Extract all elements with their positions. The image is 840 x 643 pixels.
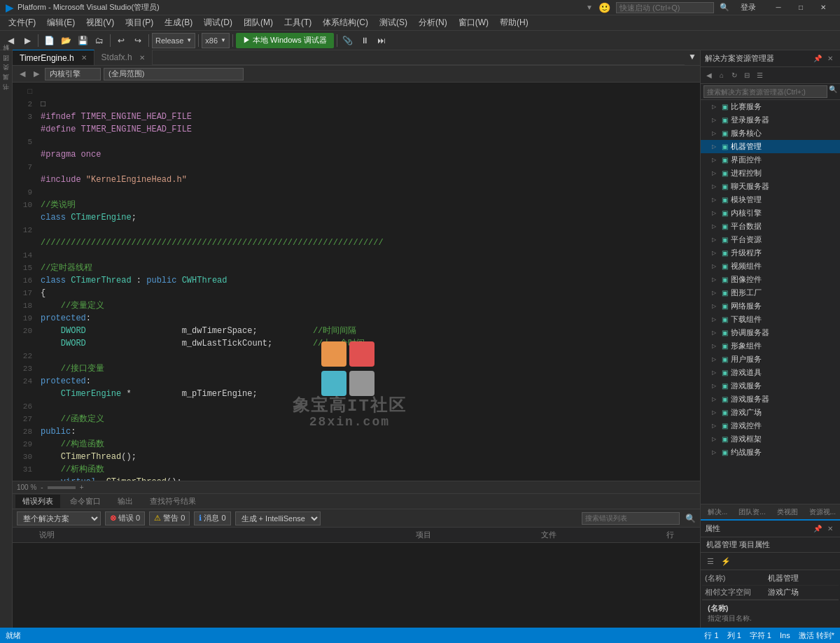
panel-tab-find[interactable]: 查找符号结果 xyxy=(143,495,203,508)
tab-stdafx-close[interactable]: ✕ xyxy=(139,54,145,62)
sol-search-input[interactable] xyxy=(704,85,827,98)
menu-item-m[interactable]: 团队(M) xyxy=(238,15,279,30)
sol-bottom-tab-1[interactable]: 团队资... xyxy=(733,506,771,518)
undo-button[interactable]: ↩ xyxy=(113,33,129,48)
tree-item-9[interactable]: ▷▣平台数据 xyxy=(701,220,840,233)
attach-button[interactable]: 📎 xyxy=(340,33,356,48)
tree-item-16[interactable]: ▷▣下载组件 xyxy=(701,313,840,326)
error-search-input[interactable] xyxy=(582,512,680,525)
tree-item-13[interactable]: ▷▣图像控件 xyxy=(701,273,840,286)
minimize-button[interactable]: ─ xyxy=(767,0,790,15)
menu-item-c[interactable]: 体系结构(C) xyxy=(317,15,374,30)
code-editor[interactable]: □ 2 3 5 7 9 10 12 14 15 16 17 18 19 20 xyxy=(13,83,700,481)
props-close-btn[interactable]: ✕ xyxy=(825,523,836,535)
run-debugger-button[interactable]: ▶ 本地 Windows 调试器 xyxy=(236,33,334,48)
menu-item-v[interactable]: 视图(V) xyxy=(80,15,120,30)
panel-tab-errors[interactable]: 错误列表 xyxy=(15,495,60,508)
tab-timerengine[interactable]: TimerEngine.h ✕ xyxy=(13,50,94,65)
tree-item-3[interactable]: ▷▣机器管理 xyxy=(701,140,840,153)
tree-item-21[interactable]: ▷▣游戏服务 xyxy=(701,379,840,393)
errors-button[interactable]: ⊗ 错误 0 xyxy=(105,511,145,525)
tab-timerengine-close[interactable]: ✕ xyxy=(81,54,87,62)
sol-tb-props[interactable]: ☰ xyxy=(754,70,765,81)
redo-button[interactable]: ↪ xyxy=(130,33,146,48)
tree-item-11[interactable]: ▷▣升级程序 xyxy=(701,246,840,260)
props-tb-2[interactable]: ⚡ xyxy=(719,554,733,568)
props-tb-1[interactable]: ☰ xyxy=(704,554,718,568)
sol-tb-refresh[interactable]: ↻ xyxy=(729,70,740,81)
zoom-plus[interactable]: + xyxy=(80,483,84,491)
back-button[interactable]: ◀ xyxy=(3,33,18,48)
activity-item-2[interactable]: 团 xyxy=(0,63,12,69)
tree-item-14[interactable]: ▷▣图形工厂 xyxy=(701,286,840,299)
warnings-button[interactable]: ⚠ 警告 0 xyxy=(149,511,190,525)
tree-item-7[interactable]: ▷▣模块管理 xyxy=(701,193,840,206)
tree-item-5[interactable]: ▷▣进程控制 xyxy=(701,167,840,180)
tab-stdafx[interactable]: Stdafx.h ✕ xyxy=(94,50,153,65)
nav-back-btn[interactable]: ◀ xyxy=(17,68,28,80)
tree-item-15[interactable]: ▷▣网络服务 xyxy=(701,299,840,313)
tree-item-25[interactable]: ▷▣游戏框架 xyxy=(701,432,840,446)
open-file-button[interactable]: 📂 xyxy=(58,33,74,48)
scope-select[interactable]: 整个解决方案 xyxy=(17,511,101,525)
tree-item-19[interactable]: ▷▣用户服务 xyxy=(701,353,840,366)
platform-dropdown[interactable]: x86 ▼ xyxy=(202,33,230,48)
tree-item-10[interactable]: ▷▣平台资源 xyxy=(701,233,840,246)
sol-close-btn[interactable]: ✕ xyxy=(825,53,836,64)
login-button[interactable]: 登录 xyxy=(735,2,762,13)
code-content[interactable]: □ #ifndef TIMER_ENGINE_HEAD_FILE #define… xyxy=(35,83,700,481)
tree-item-4[interactable]: ▷▣界面控件 xyxy=(701,153,840,167)
tree-item-22[interactable]: ▷▣游戏服务器 xyxy=(701,393,840,406)
menu-item-h[interactable]: 帮助(H) xyxy=(494,15,534,30)
tree-item-6[interactable]: ▷▣聊天服务器 xyxy=(701,180,840,193)
menu-item-d[interactable]: 调试(D) xyxy=(198,15,238,30)
save-button[interactable]: 💾 xyxy=(75,33,90,48)
tree-item-26[interactable]: ▷▣约战服务 xyxy=(701,446,840,459)
tree-item-2[interactable]: ▷▣服务核心 xyxy=(701,127,840,140)
info-button[interactable]: ℹ 消息 0 xyxy=(194,511,230,525)
config-dropdown[interactable]: Release ▼ xyxy=(152,33,195,48)
close-button[interactable]: ✕ xyxy=(812,0,834,15)
quick-search-input[interactable] xyxy=(616,2,714,13)
zoom-minus[interactable]: - xyxy=(41,483,43,491)
breakpoint-button[interactable]: ⏸ xyxy=(357,33,372,48)
tree-item-17[interactable]: ▷▣协调服务器 xyxy=(701,326,840,339)
maximize-button[interactable]: □ xyxy=(790,0,812,15)
sol-bottom-tab-2[interactable]: 类视图 xyxy=(771,506,804,518)
tab-scroll-right[interactable]: ▼ xyxy=(685,49,700,64)
tree-item-18[interactable]: ▷▣形象组件 xyxy=(701,339,840,353)
menu-item-w[interactable]: 窗口(W) xyxy=(453,15,494,30)
panel-tab-cmd[interactable]: 命令窗口 xyxy=(63,495,108,508)
new-file-button[interactable]: 📄 xyxy=(41,33,57,48)
menu-item-b[interactable]: 生成(B) xyxy=(159,15,198,30)
step-over-button[interactable]: ⏭ xyxy=(374,33,389,48)
sol-bottom-tab-0[interactable]: 解决... xyxy=(702,506,733,518)
activity-item-1[interactable]: 解 xyxy=(0,53,12,59)
tree-item-12[interactable]: ▷▣视频组件 xyxy=(701,260,840,273)
save-all-button[interactable]: 🗂 xyxy=(92,33,107,48)
activity-item-3[interactable]: 类 xyxy=(0,73,12,78)
panel-tab-output[interactable]: 输出 xyxy=(111,495,140,508)
activity-item-5[interactable]: 书 xyxy=(0,92,12,98)
build-filter-select[interactable]: 生成 + IntelliSense xyxy=(235,511,321,525)
tree-item-1[interactable]: ▷▣登录服务器 xyxy=(701,113,840,127)
sol-tb-back[interactable]: ◀ xyxy=(704,70,715,81)
sol-bottom-tab-3[interactable]: 资源视... xyxy=(804,506,840,518)
scope-dropdown-2[interactable]: (全局范围) xyxy=(104,68,244,80)
menu-item-e[interactable]: 编辑(E) xyxy=(41,15,80,30)
tree-item-0[interactable]: ▷▣比赛服务 xyxy=(701,100,840,113)
sol-pin-btn[interactable]: 📌 xyxy=(812,53,823,64)
tree-item-8[interactable]: ▷▣内核引擎 xyxy=(701,206,840,220)
sol-tb-home[interactable]: ⌂ xyxy=(716,70,727,81)
menu-item-p[interactable]: 项目(P) xyxy=(120,15,159,30)
tree-item-24[interactable]: ▷▣游戏控件 xyxy=(701,419,840,432)
nav-fwd-btn[interactable]: ▶ xyxy=(31,68,42,80)
menu-item-t[interactable]: 工具(T) xyxy=(279,15,317,30)
props-pin-btn[interactable]: 📌 xyxy=(812,523,823,535)
tree-item-20[interactable]: ▷▣游戏道具 xyxy=(701,366,840,379)
fwd-button[interactable]: ▶ xyxy=(20,33,35,48)
sol-tb-collapseall[interactable]: ⊟ xyxy=(741,70,752,81)
menu-item-n[interactable]: 分析(N) xyxy=(413,15,453,30)
menu-item-f[interactable]: 文件(F) xyxy=(3,15,41,30)
menu-item-s[interactable]: 测试(S) xyxy=(374,15,413,30)
